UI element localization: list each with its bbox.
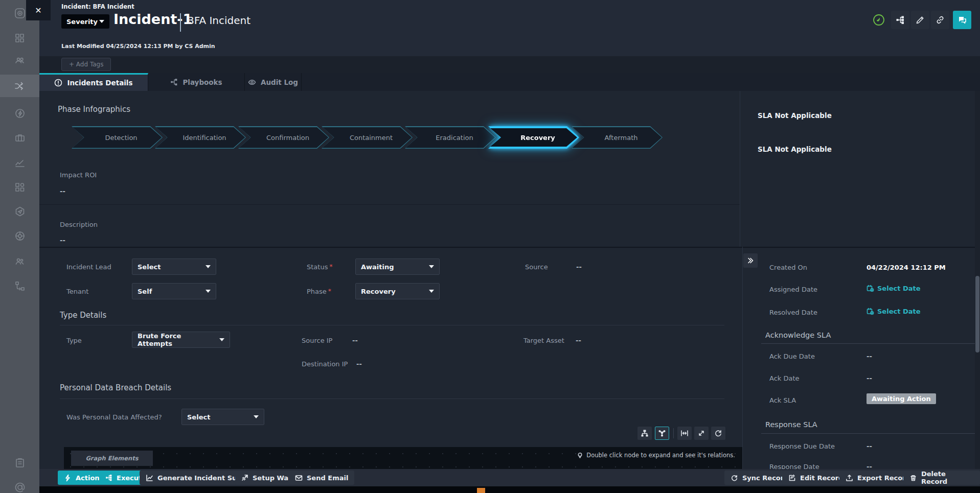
playbook-button[interactable] xyxy=(891,11,909,29)
phase-chevron-eradication[interactable]: Eradication xyxy=(405,126,496,149)
source-ip-value: -- xyxy=(352,337,358,344)
tasks-icon[interactable] xyxy=(0,452,39,474)
type-label: Type xyxy=(66,337,82,344)
required-asterisk: * xyxy=(329,263,332,270)
severity-label: Severity xyxy=(66,18,98,26)
severity-dropdown[interactable]: Severity xyxy=(61,14,109,29)
type-details-divider xyxy=(60,325,724,325)
comments-button[interactable] xyxy=(953,11,971,29)
graph-network-button[interactable] xyxy=(655,427,669,440)
source-ip-label: Source IP xyxy=(302,337,332,344)
created-on-value: 04/22/2024 12:12 PM xyxy=(867,264,946,271)
send-email-button[interactable]: Send Email xyxy=(289,471,354,485)
graph-elements-tab[interactable]: Graph Elements xyxy=(71,451,153,466)
edit-record-icon xyxy=(788,474,796,482)
sla-panel-divider xyxy=(740,91,740,247)
phase-chevron-aftermath[interactable]: Aftermath xyxy=(572,126,663,149)
collapse-panel-button[interactable] xyxy=(743,253,758,268)
report-chart-icon xyxy=(146,474,153,482)
assets-icon[interactable] xyxy=(0,127,39,149)
pdb-question-label: Was Personal Data Affected? xyxy=(66,413,162,421)
phase-chevron-detection[interactable]: Detection xyxy=(72,126,163,149)
incident-lead-dropdown[interactable]: Select xyxy=(132,259,216,275)
section-divider xyxy=(39,247,980,248)
automation-icon[interactable] xyxy=(0,102,39,125)
mentions-icon[interactable] xyxy=(0,476,39,493)
resolved-date-label: Resolved Date xyxy=(769,309,817,316)
bulb-icon xyxy=(577,452,583,459)
graph-hierarchy-button[interactable] xyxy=(637,427,652,440)
graph-fit-width-button[interactable] xyxy=(677,427,692,440)
required-asterisk: * xyxy=(328,288,331,295)
threat-intel-icon[interactable] xyxy=(0,200,39,223)
target-asset-label: Target Asset xyxy=(523,337,564,344)
graph-node[interactable] xyxy=(477,488,485,493)
close-button[interactable]: ✕ xyxy=(26,0,51,20)
chevron-down-icon xyxy=(206,265,211,268)
tab-incidents-details[interactable]: Incidents Details xyxy=(39,73,148,91)
graph-toolbar-separator xyxy=(673,428,674,438)
incidents-icon[interactable] xyxy=(0,75,39,97)
response-sla-title: Response SLA xyxy=(765,420,817,429)
ack-sla-divider xyxy=(761,343,980,344)
type-dropdown[interactable]: Brute Force Attempts xyxy=(132,332,230,348)
eye-icon xyxy=(248,78,256,86)
email-icon xyxy=(295,474,303,482)
sla-status-line-2: SLA Not Applicable xyxy=(758,145,832,153)
phase-chevron-identification[interactable]: Identification xyxy=(155,126,246,149)
widgets-icon[interactable] xyxy=(0,176,39,198)
pencil-icon xyxy=(916,15,925,25)
link-icon xyxy=(935,15,945,25)
ack-date-label: Ack Date xyxy=(769,374,800,382)
network-graph-icon xyxy=(658,429,666,437)
graph-expand-button[interactable] xyxy=(694,427,709,440)
record-name: BFA Incident xyxy=(187,14,250,27)
graph-refresh-button[interactable] xyxy=(711,427,725,440)
ack-due-date-value: -- xyxy=(867,353,872,360)
comments-icon xyxy=(957,15,967,25)
source-value: -- xyxy=(576,263,582,271)
description-value: -- xyxy=(60,237,65,244)
edit-button[interactable] xyxy=(911,11,929,29)
chevron-down-icon xyxy=(206,290,211,293)
description-label: Description xyxy=(60,221,98,228)
queues-icon[interactable] xyxy=(0,49,39,72)
connectors-icon[interactable] xyxy=(0,225,39,247)
delete-record-button[interactable]: Delete Record xyxy=(903,471,980,485)
workflow-icon[interactable] xyxy=(0,275,39,297)
ack-sla-label: Ack SLA xyxy=(769,396,796,404)
calendar-icon xyxy=(867,308,874,315)
assigned-date-picker[interactable]: Select Date xyxy=(867,285,921,292)
tab-playbooks[interactable]: Playbooks xyxy=(148,73,245,91)
status-dropdown[interactable]: Awaiting xyxy=(355,259,440,275)
record-action-toolbar: Actions Execute Generate Incident Summar… xyxy=(39,469,980,486)
destination-ip-label: Destination IP xyxy=(302,360,348,368)
actions-icon xyxy=(64,474,72,482)
phase-dropdown[interactable]: Recovery xyxy=(355,283,440,299)
resolved-date-picker[interactable]: Select Date xyxy=(867,308,921,315)
incident-record-screen: ✕ Incident: BFA Incident Severity Incide… xyxy=(0,0,980,493)
link-button[interactable] xyxy=(931,11,949,29)
people-icon[interactable] xyxy=(0,250,39,273)
phase-label: Phase* xyxy=(307,288,331,295)
incident-details-panel: Phase Infographics Detection Identificat… xyxy=(39,91,980,469)
graph-canvas-strip xyxy=(39,486,980,493)
dashboard-icon[interactable] xyxy=(0,27,39,49)
refresh-icon xyxy=(714,429,722,437)
type-details-title: Type Details xyxy=(60,311,106,320)
ack-sla-status-badge: Awaiting Action xyxy=(867,393,936,404)
add-tags-button[interactable]: + Add Tags xyxy=(61,58,111,71)
phase-chevron-confirmation[interactable]: Confirmation xyxy=(238,126,329,149)
scrollbar-thumb[interactable] xyxy=(975,276,979,353)
phase-chevron-recovery[interactable]: Recovery xyxy=(488,126,579,149)
relations-graph-canvas[interactable]: Graph Elements Double click node to expa… xyxy=(64,447,742,469)
reports-icon[interactable] xyxy=(0,151,39,174)
detail-panel-divider xyxy=(742,247,743,469)
tenant-dropdown[interactable]: Self xyxy=(132,283,216,299)
last-modified: Last Modified 04/25/2024 12:13 PM by CS … xyxy=(61,43,215,50)
phase-infographics-title: Phase Infographics xyxy=(58,105,130,114)
phase-chevron-containment[interactable]: Containment xyxy=(322,126,413,149)
sync-icon xyxy=(731,474,738,482)
pdb-dropdown[interactable]: Select xyxy=(181,409,264,425)
tab-audit-log[interactable]: Audit Log xyxy=(245,73,302,91)
